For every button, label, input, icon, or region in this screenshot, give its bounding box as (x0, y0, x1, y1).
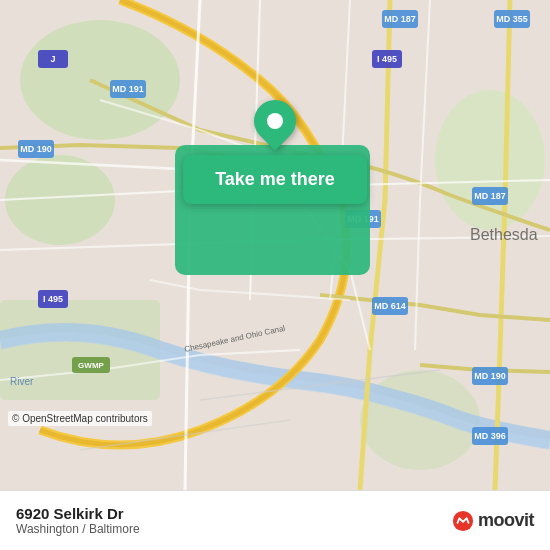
svg-text:MD 190: MD 190 (474, 371, 506, 381)
svg-text:MD 187: MD 187 (384, 14, 416, 24)
svg-text:Bethesda: Bethesda (470, 226, 538, 243)
moovit-logo-icon (452, 510, 474, 532)
svg-text:GWMP: GWMP (78, 361, 104, 370)
city-text: Washington / Baltimore (16, 522, 140, 536)
svg-text:MD 396: MD 396 (474, 431, 506, 441)
footer-bar: 6920 Selkirk Dr Washington / Baltimore m… (0, 490, 550, 550)
moovit-logo: moovit (452, 510, 534, 532)
svg-text:J: J (50, 54, 55, 64)
svg-text:MD 614: MD 614 (374, 301, 406, 311)
svg-text:MD 190: MD 190 (20, 144, 52, 154)
copyright-notice: © OpenStreetMap contributors (8, 411, 152, 426)
svg-text:MD 187: MD 187 (474, 191, 506, 201)
svg-text:MD 191: MD 191 (112, 84, 144, 94)
svg-text:I 495: I 495 (43, 294, 63, 304)
footer-address-block: 6920 Selkirk Dr Washington / Baltimore (16, 505, 140, 536)
svg-text:River: River (10, 376, 34, 387)
svg-text:I 495: I 495 (377, 54, 397, 64)
svg-point-2 (5, 155, 115, 245)
svg-text:MD 355: MD 355 (496, 14, 528, 24)
take-me-there-button[interactable]: Take me there (183, 155, 367, 204)
address-text: 6920 Selkirk Dr (16, 505, 140, 522)
svg-point-1 (20, 20, 180, 140)
location-pin (254, 100, 296, 142)
map-container: MD 187 MD 355 I 495 J MD 191 MD 190 MD 1… (0, 0, 550, 490)
moovit-brand-text: moovit (478, 510, 534, 531)
